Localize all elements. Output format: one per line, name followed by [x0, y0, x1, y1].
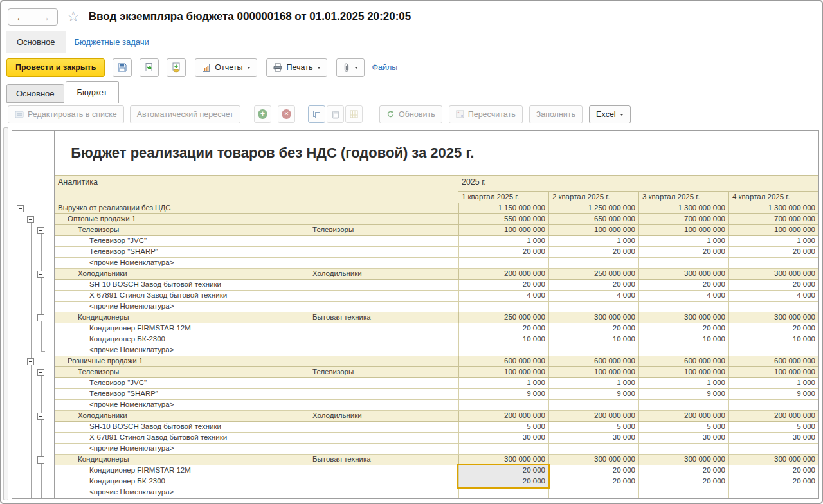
budget-value-cell[interactable]: 700 000 000: [638, 214, 728, 224]
fill-button[interactable]: Заполнить: [529, 105, 583, 123]
quarter-header-q2[interactable]: 2 квартал 2025 г.: [548, 192, 638, 203]
analytics-cell[interactable]: Телевизор "SHARP": [55, 389, 458, 399]
analytics2-cell[interactable]: Холодильники: [309, 411, 458, 421]
budget-value-cell[interactable]: [728, 487, 818, 498]
budget-value-cell[interactable]: [458, 487, 548, 498]
budget-value-cell[interactable]: 9 000: [458, 389, 548, 399]
analytics2-cell[interactable]: Телевизоры: [309, 225, 458, 235]
analytics-cell[interactable]: <прочие Номенклатура>: [55, 487, 458, 498]
budget-value-cell[interactable]: [728, 345, 818, 356]
budget-value-cell[interactable]: 250 000 000: [548, 269, 638, 279]
forward-button[interactable]: →: [33, 9, 58, 25]
budget-value-cell[interactable]: 20 000: [638, 323, 728, 334]
budget-value-cell[interactable]: 300 000 000: [548, 312, 638, 323]
budget-value-cell[interactable]: 20 000: [548, 323, 638, 334]
save-button[interactable]: [113, 59, 132, 77]
analytics2-cell[interactable]: Бытовая техника: [309, 312, 458, 323]
budget-value-cell[interactable]: [548, 444, 638, 454]
add-line-button[interactable]: +: [254, 105, 271, 123]
budget-value-cell[interactable]: 4 000: [728, 291, 818, 301]
budget-value-cell[interactable]: [728, 302, 818, 312]
budget-value-cell[interactable]: 200 000 000: [638, 411, 728, 421]
analytics-cell[interactable]: <прочие Номенклатура>: [55, 258, 458, 268]
analytics-cell[interactable]: Кондиционер FIRMSTAR 12M: [55, 323, 458, 334]
budget-value-cell[interactable]: 30 000: [548, 433, 638, 443]
budget-value-cell[interactable]: 30 000: [638, 433, 728, 443]
budget-value-cell[interactable]: [548, 345, 638, 356]
budget-value-cell[interactable]: 1 150 000 000: [458, 203, 548, 213]
budget-value-cell[interactable]: 300 000 000: [458, 455, 548, 465]
budget-value-cell[interactable]: 20 000: [728, 280, 818, 290]
analytics-cell[interactable]: <прочие Номенклатура>: [55, 302, 458, 312]
files-link[interactable]: Файлы: [372, 63, 398, 72]
analytics-cell[interactable]: Телевизор "JVC": [55, 236, 458, 246]
analytics-cell[interactable]: <прочие Номенклатура>: [55, 400, 458, 410]
budget-value-cell[interactable]: 20 000: [638, 476, 728, 487]
collapse-group-toggle[interactable]: [37, 314, 44, 321]
budget-value-cell[interactable]: [638, 258, 728, 268]
analytics-cell[interactable]: Телевизор "JVC": [55, 378, 458, 388]
analytics-cell[interactable]: Кондиционер БК-2300: [55, 334, 458, 345]
budget-value-cell[interactable]: 1 000: [728, 236, 818, 246]
analytics-cell[interactable]: SH-10 BOSCH Завод бытовой техники: [55, 422, 458, 432]
budget-value-cell[interactable]: 1 000: [458, 236, 548, 246]
budget-value-cell[interactable]: [638, 444, 728, 454]
budget-value-cell[interactable]: 300 000 000: [638, 269, 728, 279]
budget-value-cell[interactable]: 10 000: [638, 334, 728, 345]
analytics-cell[interactable]: Х-67891 Стинол Завод бытовой техники: [55, 291, 458, 301]
budget-value-cell[interactable]: 20 000: [458, 247, 548, 257]
collapse-group-toggle[interactable]: [17, 205, 24, 212]
budget-value-cell[interactable]: 100 000 000: [548, 367, 638, 377]
budget-value-cell[interactable]: 20 000: [548, 247, 638, 257]
budget-value-cell[interactable]: 200 000 000: [458, 269, 548, 279]
analytics-cell[interactable]: Кондиционеры: [55, 455, 309, 465]
budget-value-cell[interactable]: 30 000: [728, 433, 818, 443]
collapse-group-toggle[interactable]: [37, 369, 44, 376]
budget-value-cell[interactable]: 20 000: [458, 280, 548, 290]
quarter-header-q1[interactable]: 1 квартал 2025 г.: [458, 192, 548, 203]
analytics2-cell[interactable]: Холодильники: [309, 269, 458, 279]
nav-tab-main[interactable]: Основное: [6, 32, 66, 53]
budget-value-cell[interactable]: 100 000 000: [548, 225, 638, 235]
budget-value-cell[interactable]: [728, 400, 818, 410]
reports-button[interactable]: Отчеты: [195, 59, 257, 77]
budget-value-cell[interactable]: [458, 302, 548, 312]
budget-value-cell[interactable]: 650 000 000: [548, 214, 638, 224]
budget-value-cell[interactable]: 20 000: [638, 465, 728, 476]
budget-value-cell[interactable]: 20 000: [728, 465, 818, 476]
analytics-cell[interactable]: Выручка от реализации без НДС: [55, 203, 458, 213]
budget-value-cell[interactable]: 20 000: [728, 323, 818, 334]
budget-value-cell[interactable]: [728, 444, 818, 454]
budget-value-cell[interactable]: 100 000 000: [638, 367, 728, 377]
budget-value-cell[interactable]: 300 000 000: [728, 312, 818, 323]
analytics-cell[interactable]: <прочие Номенклатура>: [55, 444, 458, 454]
budget-value-cell[interactable]: 20 000: [728, 247, 818, 257]
budget-value-cell[interactable]: 300 000 000: [548, 455, 638, 465]
budget-value-cell[interactable]: 100 000 000: [458, 225, 548, 235]
budget-value-cell[interactable]: 300 000 000: [638, 312, 728, 323]
budget-value-cell[interactable]: 5 000: [458, 422, 548, 432]
budget-value-cell[interactable]: [548, 487, 638, 498]
show-movements-button[interactable]: [167, 59, 186, 77]
collapse-group-toggle[interactable]: [27, 216, 34, 223]
budget-value-cell[interactable]: 10 000: [728, 334, 818, 345]
budget-value-cell[interactable]: 600 000 000: [638, 356, 728, 366]
analytics-header-cell[interactable]: Аналитика: [55, 176, 458, 203]
quarter-header-q4[interactable]: 4 квартал 2025 г.: [728, 192, 818, 203]
excel-button[interactable]: Excel: [589, 105, 631, 123]
quarter-header-q3[interactable]: 3 квартал 2025 г.: [638, 192, 728, 203]
tab-main[interactable]: Основное: [6, 84, 64, 103]
analytics-cell[interactable]: Кондиционеры: [55, 312, 309, 323]
year-header-cell[interactable]: 2025 г.: [458, 176, 818, 192]
budget-value-cell[interactable]: [638, 345, 728, 356]
analytics-cell[interactable]: Телевизоры: [55, 225, 309, 235]
budget-value-cell[interactable]: 600 000 000: [548, 356, 638, 366]
delete-line-button[interactable]: ✕: [278, 105, 295, 123]
budget-value-cell[interactable]: 20 000: [638, 247, 728, 257]
budget-value-cell[interactable]: 100 000 000: [728, 225, 818, 235]
budget-value-cell[interactable]: [638, 487, 728, 498]
budget-value-cell[interactable]: 9 000: [728, 389, 818, 399]
budget-value-cell[interactable]: 550 000 000: [458, 214, 548, 224]
recalculate-button[interactable]: Пересчитать: [449, 105, 523, 123]
analytics-cell[interactable]: Холодильники: [55, 411, 309, 421]
